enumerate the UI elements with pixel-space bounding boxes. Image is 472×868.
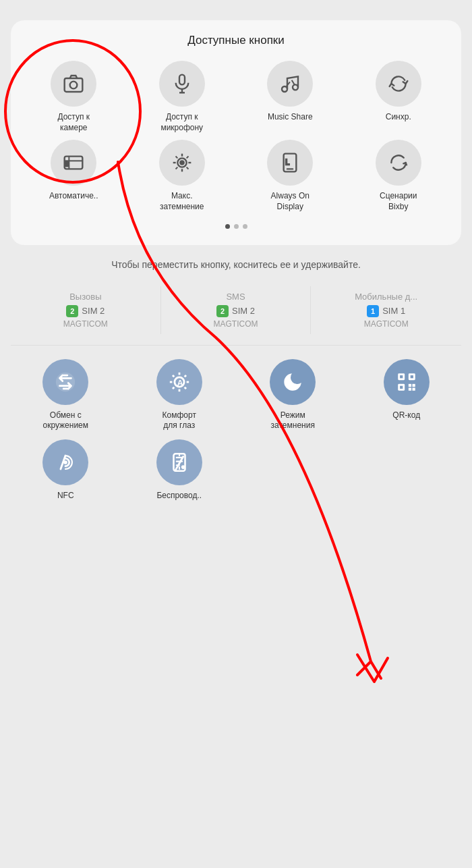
svg-line-35 [184,387,185,388]
btn-mic[interactable]: Доступ кмикрофону [130,61,235,133]
btn-aod[interactable]: L Always OnDisplay [238,140,343,212]
quick-grid: Обмен сокружением A Комфортдля глаз [11,359,461,431]
moon-circle [270,359,316,405]
svg-rect-45 [412,384,415,387]
sim-calls-badge-row: 2 SIM 2 [66,305,105,317]
sim-sms: SMS 2 SIM 2 MAGTICOM [161,286,312,334]
btn-aod-label: Always OnDisplay [271,191,309,212]
available-buttons-section: Доступные кнопки Доступ ккамере [11,20,461,245]
sim-sms-name: SIM 2 [232,306,255,316]
quick-qr[interactable]: QR-код [352,359,462,431]
btn-camera[interactable]: Доступ ккамере [22,61,126,133]
quick-nfc[interactable]: NFC [11,439,121,501]
sim-data-badge-row: 1 SIM 1 [367,305,405,317]
svg-line-37 [173,387,174,388]
mic-circle [159,61,205,107]
sim-data-label: Мобильные д... [355,292,417,302]
svg-line-36 [184,375,185,377]
svg-rect-2 [179,75,185,85]
svg-point-6 [293,84,298,90]
btn-auto[interactable]: Автоматиче.. [22,140,126,212]
quick-moon[interactable]: Режимзатемнения [238,359,348,431]
dot-1 [225,224,230,229]
comfort-icon: A [168,371,191,394]
svg-line-21 [175,167,177,169]
btn-camera-label: Доступ ккамере [57,112,90,133]
section-title: Доступные кнопки [22,34,450,47]
svg-rect-41 [410,375,413,378]
exchange-circle [42,359,88,405]
sync-circle [376,61,421,107]
btn-music-label: Music Share [268,112,313,123]
svg-point-13 [180,161,183,165]
svg-point-5 [282,86,287,92]
sim2-badge: 2 [66,305,78,317]
sim-data-name: SIM 1 [382,306,405,316]
dot-3 [243,224,247,229]
svg-line-18 [175,157,177,159]
maxdim-circle [159,140,205,186]
aod-icon: L [279,152,301,173]
svg-point-51 [181,465,185,469]
btn-bixby[interactable]: СценарииBixby [347,140,451,212]
sim1-badge: 1 [367,305,379,317]
quick-comfort[interactable]: A Комфортдля глаз [125,359,235,431]
sim-sms-badge-row: 2 SIM 2 [216,305,255,317]
quick-nfc-label: NFC [57,491,74,501]
btn-bixby-label: СценарииBixby [380,191,417,212]
music-circle [267,61,313,107]
btn-mic-label: Доступ кмикрофону [160,112,203,133]
mic-icon [171,73,193,94]
svg-rect-44 [409,384,411,387]
quick-grid-2: NFC Беспровод.. [11,439,461,501]
svg-rect-39 [400,375,403,378]
nfc-circle [42,439,88,485]
quick-exchange[interactable]: Обмен сокружением [11,359,121,431]
nfc-icon [54,451,77,474]
comfort-circle: A [156,359,202,405]
music-icon [279,73,301,94]
svg-text:A: A [177,377,183,387]
bixby-icon [388,152,409,173]
sim-sms-badge: 2 [216,305,229,317]
svg-line-20 [186,157,188,159]
svg-rect-47 [412,387,415,390]
qr-icon [395,371,418,394]
auto-icon [63,152,84,173]
qr-circle [384,359,430,405]
quick-wireless[interactable]: Беспровод.. [125,439,235,501]
btn-music[interactable]: Music Share [238,61,343,133]
dot-2 [234,224,239,229]
svg-rect-43 [400,385,403,388]
sim-sms-provider: MAGTICOM [213,319,258,329]
btn-maxdim[interactable]: Макс.затемнение [130,140,235,212]
quick-exchange-label: Обмен сокружением [42,410,88,431]
maxdim-icon [171,152,193,173]
sim-data-provider: MAGTICOM [364,319,409,329]
aod-circle: L [267,140,313,186]
svg-rect-0 [65,78,83,92]
instruction-text: Чтобы переместить кнопку, коснитесь ее и… [98,257,374,272]
sim-calls-provider: MAGTICOM [63,319,108,329]
svg-rect-11 [65,165,68,167]
moon-icon [281,371,304,394]
quick-moon-label: Режимзатемнения [271,410,315,431]
svg-text:L: L [286,158,290,166]
sync-icon [388,73,409,94]
sim-sms-label: SMS [226,292,245,302]
quick-comfort-label: Комфортдля глаз [163,410,196,431]
btn-sync[interactable]: Синхр. [347,61,451,133]
btn-maxdim-label: Макс.затемнение [160,191,204,212]
buttons-grid: Доступ ккамере Доступ кмикрофону [22,61,450,212]
svg-rect-46 [409,387,411,390]
exchange-icon [54,371,77,394]
wireless-circle [156,439,202,485]
sim-calls-label: Вызовы [69,292,101,302]
sim-calls-name: SIM 2 [82,306,105,316]
quick-wireless-label: Беспровод.. [156,491,202,501]
svg-line-19 [186,167,188,169]
quick-qr-label: QR-код [392,410,420,421]
bixby-circle [376,140,421,186]
svg-point-1 [70,82,78,89]
sim-calls: Вызовы 2 SIM 2 MAGTICOM [11,286,161,334]
